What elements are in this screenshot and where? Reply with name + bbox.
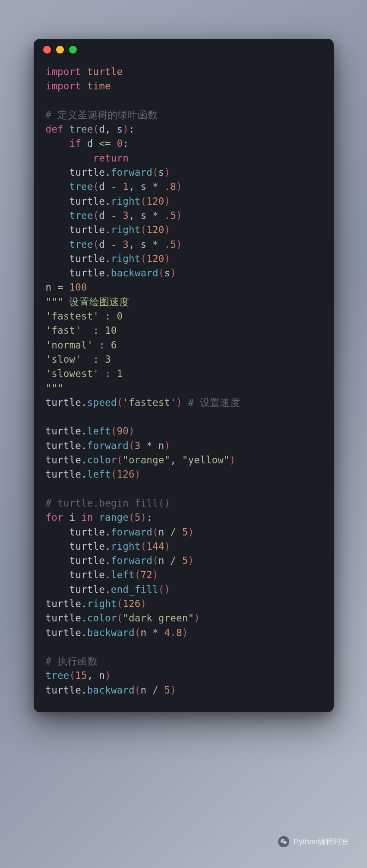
keyword-def: def: [46, 124, 63, 135]
function-name: tree: [70, 124, 93, 135]
keyword-import: import: [46, 80, 81, 92]
watermark-text: Python编程时光: [294, 836, 349, 847]
wechat-icon: [278, 836, 289, 847]
window-titlebar: [34, 39, 334, 60]
module-turtle: turtle: [87, 66, 123, 77]
keyword-return: return: [93, 152, 128, 164]
minimize-dot[interactable]: [56, 46, 64, 54]
comment: # 定义圣诞树的绿叶函数: [46, 109, 158, 120]
code-block: import turtle import time # 定义圣诞树的绿叶函数 d…: [34, 60, 334, 712]
keyword-for: for: [46, 512, 63, 523]
keyword-if: if: [70, 138, 82, 149]
watermark: Python编程时光: [278, 836, 349, 847]
keyword-import: import: [46, 66, 81, 77]
module-time: time: [87, 80, 111, 92]
code-window: import turtle import time # 定义圣诞树的绿叶函数 d…: [34, 39, 334, 712]
close-dot[interactable]: [43, 46, 51, 54]
maximize-dot[interactable]: [69, 46, 77, 54]
